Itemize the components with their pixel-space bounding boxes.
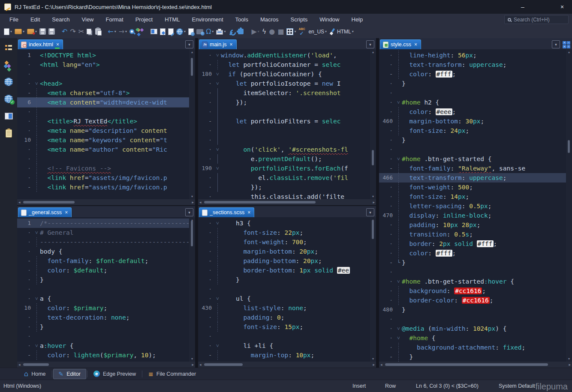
search-icon[interactable] (128, 26, 135, 37)
fold-toggle-icon[interactable]: ˅ (214, 69, 221, 79)
code-line[interactable]: - font-family: $font-default; (17, 256, 189, 266)
code-line[interactable]: 1<!DOCTYPE html> (17, 51, 189, 60)
fold-toggle-icon[interactable]: ˅ (395, 98, 402, 107)
code-line[interactable]: · margin-bottom: 20px; (198, 247, 370, 256)
code-line[interactable]: - margin-top: 10px; (198, 350, 370, 360)
scroll-right-icon[interactable]: ▸ (569, 362, 571, 368)
horizontal-scrollbar[interactable]: ◂▸ (17, 199, 195, 205)
syntax-mode-dropdown-icon[interactable]: ▾ (352, 30, 354, 33)
scroll-left-icon[interactable]: ◂ (18, 362, 21, 368)
code-line[interactable]: 1/*-------------------------------------… (17, 218, 189, 228)
fold-toggle-icon[interactable]: ˅ (214, 341, 221, 350)
open-favorites-icon[interactable]: ▾ (26, 26, 38, 37)
code-line[interactable]: ·˅#home h2 { (379, 98, 566, 107)
close-tab-icon[interactable]: × (230, 42, 233, 47)
fold-toggle-icon[interactable]: ˅ (214, 164, 221, 173)
code-line[interactable]: · color: $default; (17, 266, 189, 275)
code-area-_general.scss[interactable]: 1/*-------------------------------------… (17, 217, 189, 362)
tab-index.html[interactable]: index.html× (18, 39, 63, 49)
fold-toggle-icon[interactable]: ˅ (33, 79, 40, 88)
menu-edit[interactable]: Edit (24, 15, 46, 24)
code-line[interactable]: ·˅ ul { (198, 294, 370, 303)
template-document-icon[interactable] (159, 26, 167, 37)
code-line[interactable]: · padding: 0; (198, 313, 370, 322)
code-line[interactable]: · (17, 154, 189, 164)
code-line[interactable]: · itemSelector: '.screenshot (198, 88, 370, 98)
code-line[interactable]: ·} (17, 275, 189, 284)
scroll-right-icon[interactable]: ▸ (192, 362, 194, 368)
vertical-scrollbar[interactable]: ▴▾ (370, 217, 376, 362)
tab-list-dropdown[interactable]: ▾ (185, 208, 193, 216)
code-line[interactable]: 10 <meta name="keywords" content="t (17, 135, 189, 145)
navigate-back-dropdown-icon[interactable]: ▾ (114, 30, 116, 33)
close-tab-icon[interactable]: × (414, 42, 417, 47)
record-macro-icon[interactable]: ● (268, 26, 276, 37)
menu-tools[interactable]: Tools (229, 15, 254, 24)
tab-style.css[interactable]: style.css× (380, 39, 421, 49)
code-line[interactable]: 430 list-style: none; (198, 303, 370, 313)
code-line[interactable]: ·˅#home .btn-get-started:hover { (379, 277, 566, 286)
cut-icon[interactable]: ✂ (77, 26, 85, 37)
code-line[interactable]: · (17, 69, 189, 79)
tab-list-dropdown[interactable]: ▾ (366, 208, 374, 216)
scroll-right-icon[interactable]: ▸ (192, 199, 194, 205)
fold-toggle-icon[interactable]: ˅ (214, 51, 221, 60)
code-line[interactable]: · border-color: #cc1616; (379, 296, 566, 305)
code-line[interactable]: · <title>RJ TextEd</title> (17, 117, 189, 126)
code-line[interactable]: 10 color: $primary; (17, 303, 189, 313)
code-line[interactable]: 460 margin-bottom: 30px; (379, 117, 566, 126)
scroll-up-icon[interactable]: ▴ (189, 50, 195, 54)
addons-icon[interactable] (236, 26, 246, 37)
vertical-scroll-thumb[interactable] (568, 140, 570, 153)
tab-list-dropdown[interactable]: ▾ (366, 40, 374, 48)
scroll-down-icon[interactable]: ▾ (566, 357, 572, 361)
code-line[interactable]: - color: lighten($primary, 10); (17, 350, 189, 360)
special-characters-icon[interactable]: Ω▾ (205, 26, 215, 37)
code-line[interactable]: · font-size: 24px; (379, 126, 566, 135)
scroll-right-icon[interactable]: ▸ (373, 362, 375, 368)
code-line[interactable]: · font-size: 22px; (198, 228, 370, 237)
stop-macro-icon[interactable]: ■ (276, 26, 285, 37)
status-wrap-mode[interactable]: Row (385, 383, 396, 389)
scroll-left-icon[interactable]: ◂ (18, 199, 21, 205)
code-line[interactable]: ·˅ h3 { (198, 218, 370, 228)
code-line[interactable]: - } (379, 352, 566, 362)
code-line[interactable]: -└} (379, 258, 566, 267)
docked-tab-editor[interactable]: ✎Editor (53, 369, 86, 379)
quick-run-icon[interactable]: ϟ (261, 26, 268, 37)
print-preview-icon[interactable]: ▾ (215, 26, 227, 37)
code-line[interactable]: · letter-spacing: 0.5px; (379, 201, 566, 211)
code-line[interactable]: · }); (198, 183, 370, 192)
horizontal-scroll-thumb[interactable] (23, 201, 75, 203)
code-line[interactable]: · padding: 10px 28px; (379, 220, 566, 230)
menu-window[interactable]: Window (313, 15, 345, 24)
code-line[interactable]: · text-transform: uppercase; (379, 60, 566, 69)
code-line[interactable]: ·˅ let portfolioIsotope = new I (198, 79, 370, 88)
code-line[interactable]: · e.preventDefault(); (198, 154, 370, 164)
vertical-scrollbar[interactable]: ▴▾ (370, 49, 376, 199)
horizontal-scrollbar[interactable]: ◂▸ (379, 362, 572, 368)
fold-toggle-icon[interactable]: ˅ (395, 154, 402, 164)
web-browser-icon[interactable] (1, 75, 16, 89)
code-line[interactable]: · font-weight: 500; (379, 183, 566, 192)
menu-environment[interactable]: Environment (186, 15, 229, 24)
code-line[interactable]: · (198, 284, 370, 294)
navigate-forward-icon[interactable]: →▾ (117, 26, 128, 37)
code-line[interactable]: · el.classList.remove('fil (198, 173, 370, 183)
code-line[interactable]: ·} (379, 135, 566, 145)
browser-preview-icon[interactable]: ▾ (175, 26, 187, 37)
tab-_sections.scss[interactable]: _sections.scss× (199, 207, 254, 217)
fold-toggle-icon[interactable]: ˅ (395, 277, 402, 286)
menu-project[interactable]: Project (129, 15, 159, 24)
horizontal-scrollbar[interactable]: ◂▸ (17, 362, 195, 368)
tab-_general.scss[interactable]: _general.scss× (18, 207, 72, 217)
code-line[interactable]: 480} (379, 305, 566, 314)
open-folder-dropdown-icon[interactable]: ▾ (23, 30, 24, 33)
code-line[interactable]: ·˅#home .btn-get-started { (379, 154, 566, 164)
edit-document-icon[interactable] (167, 26, 175, 37)
code-line[interactable]: ·body { (17, 247, 189, 256)
status-insert-mode[interactable]: Insert (352, 383, 366, 389)
close-tab-icon[interactable]: × (56, 42, 59, 47)
browser-preview-dropdown-icon[interactable]: ▾ (184, 30, 186, 33)
scroll-down-icon[interactable]: ▾ (370, 195, 376, 198)
